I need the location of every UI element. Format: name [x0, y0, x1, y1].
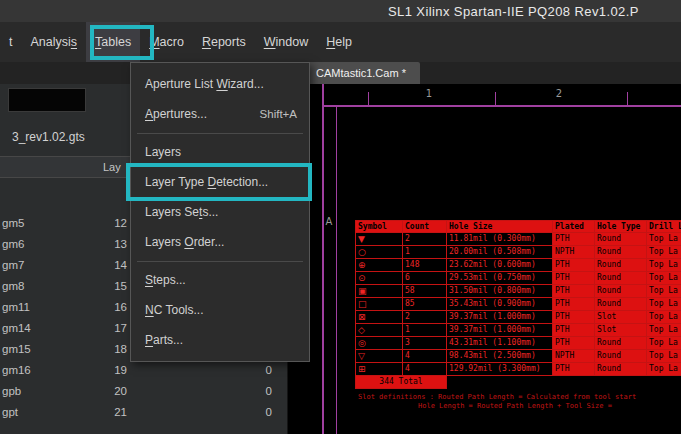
menu-item-parts[interactable]: Parts...	[131, 325, 309, 355]
drill-table-row: ⊕ 148 23.62mil (0.600mm) PTH Round Top L…	[355, 259, 681, 272]
menu-item-layers[interactable]: Layers	[131, 137, 309, 167]
zone-tick	[495, 92, 496, 105]
menu-item-window[interactable]: Window	[255, 22, 317, 62]
drill-hole-type: Slot	[595, 324, 647, 337]
menu-item-label: Apertures...	[145, 107, 207, 121]
drill-plated: PTH	[553, 311, 595, 324]
tab-label: CAMtastic1.Cam *	[316, 67, 406, 79]
layer-number: 13	[0, 238, 127, 250]
drill-plated: PTH	[553, 272, 595, 285]
drill-hole-size: 43.31mil (1.100mm)	[447, 337, 553, 350]
drill-table-row: ▣ 58 31.50mil (0.800mm) PTH Round Top La	[355, 285, 681, 298]
zone-label-1: 1	[424, 88, 434, 99]
drill-symbol-icon: ⊠	[355, 311, 403, 324]
drill-hole-size: 31.50mil (0.800mm)	[447, 285, 553, 298]
menu-item-tables[interactable]: Tables	[86, 22, 140, 62]
drill-layer: Top La	[647, 233, 681, 246]
layer-row[interactable]: gpb 20 0	[0, 382, 287, 403]
layer-row[interactable]: gm16 19 0	[0, 361, 287, 382]
slot-definition-note-1: Slot definitions : Routed Path Length = …	[358, 393, 636, 401]
drill-layer: Top La	[647, 246, 681, 259]
menu-item-aperture-list-wizard[interactable]: Aperture List Wizard...	[131, 69, 309, 99]
drill-layer: Top La	[647, 363, 681, 376]
drill-layer: Top La	[647, 311, 681, 324]
drill-hole-size: 23.62mil (0.600mm)	[447, 259, 553, 272]
menu-item-help[interactable]: Help	[317, 22, 361, 62]
menu-item-layers-sets[interactable]: Layers Sets...	[131, 197, 309, 227]
drill-symbol-icon: ◎	[355, 337, 403, 350]
drill-hole-size: 20.00mil (0.508mm)	[447, 246, 553, 259]
header-hole-type: Hole Type	[595, 220, 647, 233]
layer-count: 0	[0, 385, 272, 397]
drill-hole-size: 11.81mil (0.300mm)	[447, 233, 553, 246]
shortcut-label: Shift+A	[260, 108, 297, 120]
board-frame-left-line	[322, 84, 324, 434]
drill-layer: Top La	[647, 259, 681, 272]
drill-table-row: ▽ 4 98.43mil (2.500mm) NPTH Round Top La	[355, 350, 681, 363]
drill-hole-type: Round	[595, 363, 647, 376]
board-frame-top-line	[322, 105, 681, 107]
drill-hole-type: Round	[595, 272, 647, 285]
layer-preview-box[interactable]	[8, 88, 86, 112]
drill-plated: NPTH	[553, 350, 595, 363]
drill-hole-type: Round	[595, 337, 647, 350]
drill-symbol-icon: ⊕	[355, 259, 403, 272]
menu-item-macro[interactable]: Macro	[140, 22, 193, 62]
drill-symbol-icon: ◇	[355, 324, 403, 337]
menu-item-nc-tools[interactable]: NC Tools...	[131, 295, 309, 325]
drill-layer: Top La	[647, 350, 681, 363]
menu-item-label: Layer Type Detection...	[145, 175, 268, 189]
menu-item-layer-type-detection[interactable]: Layer Type Detection...	[131, 167, 309, 197]
menu-item-label: Parts...	[145, 333, 183, 347]
layer-number: 15	[0, 280, 127, 292]
layer-number: 12	[0, 217, 127, 229]
zone-label-2: 2	[554, 88, 564, 99]
drill-count: 3	[403, 337, 447, 350]
drill-layer: Top La	[647, 285, 681, 298]
drill-plated: PTH	[553, 337, 595, 350]
drill-layer: Top La	[647, 298, 681, 311]
active-layer-label[interactable]: 3_rev1.02.gts	[12, 130, 85, 144]
menu-item-reports[interactable]: Reports	[193, 22, 255, 62]
drill-table-row: ◇ 1 39.37mil (1.000mm) PTH Slot Top La	[355, 324, 681, 337]
zone-tick	[627, 92, 628, 105]
drill-plated: PTH	[553, 324, 595, 337]
menu-separator	[137, 261, 303, 262]
drill-plated: PTH	[553, 285, 595, 298]
menu-item-analysis[interactable]: Analysis	[21, 22, 86, 62]
drill-hole-size: 98.43mil (2.500mm)	[447, 350, 553, 363]
layer-number: 16	[0, 301, 127, 313]
slot-definition-note-2: Hole Length = Routed Path Length + Tool …	[418, 402, 612, 410]
zone-tick	[368, 92, 369, 105]
drill-count: 2	[403, 233, 447, 246]
drill-count: 4	[403, 363, 447, 376]
menu-item-label: NC Tools...	[145, 303, 203, 317]
menu-item-layers-order[interactable]: Layers Order...	[131, 227, 309, 257]
drill-total: 344 Total	[355, 376, 447, 389]
zone-label-a: A	[323, 216, 335, 227]
layer-row[interactable]: gpt 21 0	[0, 403, 287, 424]
drill-table: Symbol Count Hole Size Plated Hole Type …	[355, 220, 681, 389]
drill-table-row: ◎ 3 43.31mil (1.100mm) PTH Round Top La	[355, 337, 681, 350]
layer-number: 17	[0, 322, 127, 334]
drill-count: 2	[403, 311, 447, 324]
drill-symbol-icon: ▽	[355, 350, 403, 363]
menu-item-truncated[interactable]: t	[0, 22, 21, 62]
cam-viewport[interactable]: 1 2 A Symbol Count Hole Size Plated Hole…	[288, 84, 681, 434]
menu-item-apertures[interactable]: Apertures... Shift+A	[131, 99, 309, 129]
menu-item-label: Steps...	[145, 273, 186, 287]
drill-hole-size: 129.92mil (3.300mm)	[447, 363, 553, 376]
window-title: SL1 Xilinx Spartan-IIE PQ208 Rev1.02.P	[388, 4, 639, 19]
tab-camtastic1[interactable]: CAMtastic1.Cam *	[302, 62, 420, 84]
menu-item-label: Aperture List Wizard...	[145, 77, 264, 91]
header-symbol: Symbol	[355, 220, 403, 233]
menu-item-steps[interactable]: Steps...	[131, 265, 309, 295]
tables-menu-dropdown: Aperture List Wizard... Apertures... Shi…	[130, 62, 310, 362]
menu-item-label: Layers Order...	[145, 235, 224, 249]
drill-count: 4	[403, 350, 447, 363]
layer-count: 0	[0, 364, 272, 376]
drill-table-row: ⊞ 4 129.92mil (3.300mm) PTH Round Top La	[355, 363, 681, 376]
drill-plated: PTH	[553, 259, 595, 272]
layer-number: 14	[0, 259, 127, 271]
drill-plated: NPTH	[553, 246, 595, 259]
